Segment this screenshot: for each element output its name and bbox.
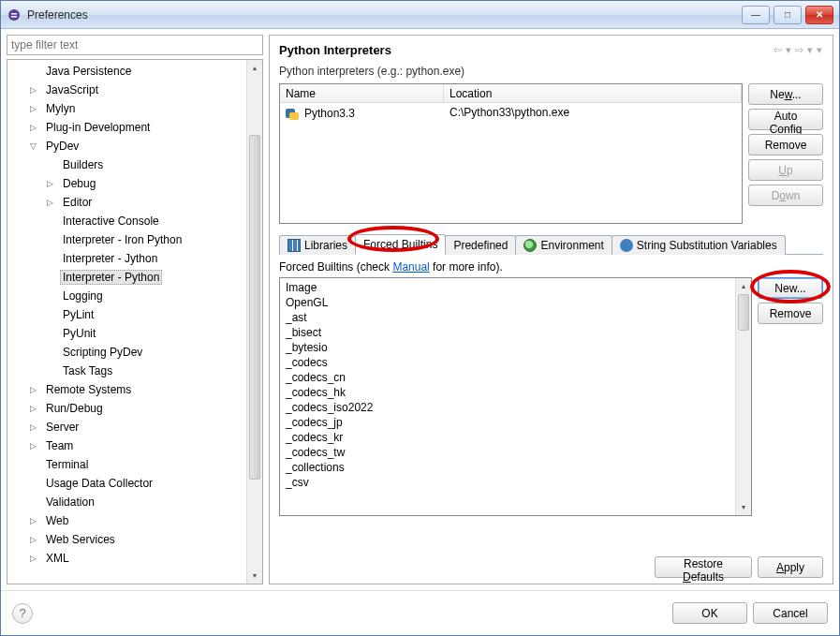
list-item[interactable]: OpenGL <box>284 295 731 310</box>
tree-expander-icon[interactable]: ▷ <box>30 85 39 95</box>
tree-expander-icon[interactable]: ▷ <box>30 554 39 563</box>
list-item[interactable]: _csv <box>284 475 731 490</box>
ok-button[interactable]: OK <box>672 602 747 624</box>
builtins-scrollbar[interactable]: ▴ ▾ <box>735 278 751 515</box>
restore-defaults-button[interactable]: Restore Defaults <box>655 556 752 578</box>
remove-builtin-button[interactable]: Remove <box>758 303 823 324</box>
tree-expander-icon[interactable]: ▷ <box>30 422 39 432</box>
tree-item[interactable]: Interpreter - Jython <box>7 249 246 268</box>
apply-button[interactable]: Apply <box>758 556 823 578</box>
scroll-up-arrow[interactable]: ▴ <box>247 60 262 76</box>
cancel-button[interactable]: Cancel <box>753 602 828 624</box>
list-item[interactable]: _codecs_iso2022 <box>284 400 731 415</box>
list-item[interactable]: Image <box>284 280 731 295</box>
tree-expander-icon[interactable]: ▷ <box>30 123 39 132</box>
tree-item[interactable]: ▷Editor <box>7 193 246 212</box>
bottom-right-buttons: Restore Defaults Apply <box>279 556 823 578</box>
tree-item[interactable]: Builders <box>7 155 246 174</box>
table-row[interactable]: Python3.3 C:\Python33\python.exe <box>280 103 742 124</box>
up-button[interactable]: Up <box>748 159 823 181</box>
tab-environment[interactable]: Environment <box>515 235 612 255</box>
scroll-down-arrow[interactable]: ▾ <box>247 568 262 584</box>
tree-item[interactable]: ▷JavaScript <box>7 81 246 99</box>
tree-item[interactable]: Interactive Console <box>7 212 246 230</box>
scroll-track[interactable] <box>736 294 751 499</box>
tree-item[interactable]: ▷Debug <box>7 174 246 193</box>
interpreters-table[interactable]: Name Location Python3.3 C:\Python33\pyth… <box>279 83 743 224</box>
tree-item[interactable]: ▷Remote Systems <box>7 380 246 399</box>
tree-item[interactable]: Logging <box>7 287 246 305</box>
list-item[interactable]: _bisect <box>284 325 731 340</box>
tree-item[interactable]: ▷Team <box>7 436 246 455</box>
tab-libraries[interactable]: Libraries <box>279 235 356 255</box>
list-item[interactable]: _codecs_kr <box>284 430 731 445</box>
tree-item[interactable]: ▷Server <box>7 418 246 436</box>
tree-expander-icon[interactable]: ▷ <box>30 404 39 413</box>
nav-back-icon[interactable]: ⇦ <box>773 44 783 56</box>
close-button[interactable]: ✕ <box>805 6 833 24</box>
scroll-track[interactable] <box>247 76 262 568</box>
tree-item[interactable]: Terminal <box>7 455 246 474</box>
list-item[interactable]: _codecs_hk <box>284 385 731 400</box>
nav-forward-icon[interactable]: ⇨ <box>794 44 804 56</box>
tree-expander-icon[interactable]: ▽ <box>30 141 39 151</box>
auto-config-button[interactable]: Auto Config <box>748 109 823 130</box>
tree-expander-icon[interactable]: ▷ <box>30 385 39 394</box>
tree-item[interactable]: Java Persistence <box>7 62 246 81</box>
tree-scrollbar[interactable]: ▴ ▾ <box>246 60 262 584</box>
tree-expander-icon[interactable]: ▷ <box>47 198 56 207</box>
tree-expander-icon[interactable]: ▷ <box>30 441 39 451</box>
minimize-button[interactable]: — <box>742 6 770 24</box>
tab-predefined[interactable]: Predefined <box>445 235 516 255</box>
tree-item[interactable]: Validation <box>7 493 246 511</box>
help-button[interactable]: ? <box>12 603 33 624</box>
tree-item[interactable]: ▽PyDev <box>7 137 246 155</box>
nav-forward-menu-icon[interactable]: ▾ <box>806 44 814 56</box>
preferences-tree[interactable]: Java Persistence▷JavaScript▷Mylyn▷Plug-i… <box>7 60 246 584</box>
new-interpreter-button[interactable]: New... <box>748 83 823 105</box>
tree-item-label: Terminal <box>43 457 91 472</box>
tree-item[interactable]: Task Tags <box>7 362 246 380</box>
tree-item-label: PyDev <box>43 139 81 154</box>
list-item[interactable]: _codecs_cn <box>284 370 731 385</box>
list-item[interactable]: _codecs_jp <box>284 415 731 430</box>
down-button[interactable]: Down <box>748 185 823 206</box>
filter-input[interactable] <box>7 35 263 55</box>
tab-string-substitution[interactable]: String Substitution Variables <box>612 235 786 255</box>
nav-back-menu-icon[interactable]: ▾ <box>785 44 792 56</box>
tree-item[interactable]: Usage Data Collector <box>7 474 246 493</box>
tree-item[interactable]: ▷Plug-in Development <box>7 118 246 137</box>
tree-item[interactable]: ▷XML <box>7 549 246 568</box>
col-header-name[interactable]: Name <box>280 84 444 102</box>
list-item[interactable]: _collections <box>284 460 731 475</box>
list-item[interactable]: _bytesio <box>284 340 731 355</box>
tree-expander-icon[interactable]: ▷ <box>30 516 39 525</box>
list-item[interactable]: _codecs <box>284 355 731 370</box>
scroll-up-arrow[interactable]: ▴ <box>736 278 751 294</box>
tree-item[interactable]: PyUnit <box>7 324 246 343</box>
tree-item[interactable]: Interpreter - Iron Python <box>7 230 246 249</box>
tree-item[interactable]: Interpreter - Python <box>7 268 246 287</box>
builtins-list[interactable]: ImageOpenGL_ast_bisect_bytesio_codecs_co… <box>280 278 735 515</box>
tree-expander-icon[interactable]: ▷ <box>30 535 39 544</box>
tree-expander-icon[interactable]: ▷ <box>30 104 39 113</box>
tree-item[interactable]: ▷Web <box>7 511 246 530</box>
tree-item[interactable]: ▷Mylyn <box>7 99 246 118</box>
nav-menu-icon[interactable]: ▾ <box>816 44 823 56</box>
tree-item[interactable]: ▷Run/Debug <box>7 399 246 418</box>
tree-item[interactable]: ▷Web Services <box>7 530 246 549</box>
scroll-thumb[interactable] <box>738 294 749 331</box>
col-header-location[interactable]: Location <box>444 84 742 102</box>
scroll-down-arrow[interactable]: ▾ <box>736 499 751 515</box>
list-item[interactable]: _ast <box>284 310 731 325</box>
tree-item[interactable]: PyLint <box>7 305 246 324</box>
tab-forced-builtins[interactable]: Forced Builtins <box>355 234 446 255</box>
manual-link[interactable]: Manual <box>392 260 429 274</box>
scroll-thumb[interactable] <box>249 135 260 480</box>
remove-interpreter-button[interactable]: Remove <box>748 134 823 155</box>
maximize-button[interactable]: □ <box>774 6 802 24</box>
tree-item[interactable]: Scripting PyDev <box>7 343 246 362</box>
tree-expander-icon[interactable]: ▷ <box>47 179 56 188</box>
new-builtin-button[interactable]: New... <box>758 277 823 299</box>
list-item[interactable]: _codecs_tw <box>284 445 731 460</box>
